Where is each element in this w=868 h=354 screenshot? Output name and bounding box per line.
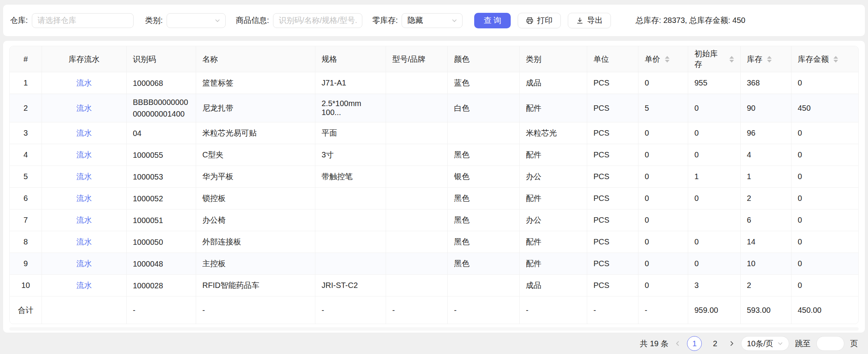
column-header[interactable]: 单价 — [638, 46, 688, 72]
page-button-1[interactable]: 1 — [687, 336, 702, 351]
cell-spec — [315, 231, 386, 253]
flow-cell: 流水 — [42, 144, 127, 166]
stock-flow-link[interactable]: 流水 — [77, 172, 92, 181]
sort-carets-icon[interactable] — [833, 56, 838, 63]
zero-stock-select[interactable]: 隐藏 — [402, 13, 463, 28]
chevron-left-icon[interactable] — [674, 340, 681, 347]
table-row: 5流水1000053华为平板带触控笔银色办公PCS0110 — [10, 166, 859, 188]
row-index: 9 — [10, 253, 42, 275]
cell-initial-stock: 0 — [688, 188, 741, 209]
row-index: 4 — [10, 144, 42, 166]
column-header[interactable]: 初始库存 — [688, 46, 741, 72]
sort-carets-icon[interactable] — [767, 56, 772, 63]
download-icon — [576, 17, 584, 24]
flow-cell: 流水 — [42, 253, 127, 275]
cell-color: 银色 — [448, 166, 520, 188]
cell-stock: 4 — [741, 144, 791, 166]
sort-carets-icon[interactable] — [729, 56, 734, 63]
cell-initial-stock: 0 — [688, 122, 741, 144]
inventory-table-wrapper: #库存流水识别码名称规格型号/品牌颜色类别单位单价初始库存库存库存金额 1流水1… — [9, 46, 859, 324]
cell-model — [386, 94, 448, 122]
row-index: 1 — [10, 72, 42, 94]
cell-model — [386, 72, 448, 94]
table-row: 2流水BBBB00000000000000001400尼龙扎带2.5*100mm… — [10, 94, 859, 122]
column-header-label: 颜色 — [454, 54, 470, 65]
table-row: 3流水04米粒芯光易可贴平面米粒芯光PCS00960 — [10, 122, 859, 144]
cell-color: 白色 — [448, 94, 520, 122]
cell-category: 配件 — [520, 231, 587, 253]
search-button[interactable]: 查 询 — [474, 13, 511, 28]
stock-flow-link[interactable]: 流水 — [77, 237, 92, 246]
cell-initial-stock: 955 — [688, 72, 741, 94]
column-header[interactable]: 库存 — [741, 46, 791, 72]
cell-category: 米粒芯光 — [520, 122, 587, 144]
total-cell-category: - — [520, 296, 587, 324]
stock-flow-link[interactable]: 流水 — [77, 150, 92, 159]
category-select[interactable] — [167, 13, 226, 28]
table-row: 10流水1000028RFID智能药品车JRI-ST-C2成品PCS0320 — [10, 275, 859, 296]
stock-flow-link[interactable]: 流水 — [77, 216, 92, 224]
stock-flow-link[interactable]: 流水 — [77, 129, 92, 137]
export-button[interactable]: 导出 — [568, 13, 611, 28]
cell-price: 0 — [638, 72, 688, 94]
cell-color — [448, 122, 520, 144]
row-index: 7 — [10, 209, 42, 231]
warehouse-input[interactable] — [32, 13, 134, 28]
column-header-label: 单价 — [645, 54, 660, 65]
table-header-row: #库存流水识别码名称规格型号/品牌颜色类别单位单价初始库存库存库存金额 — [10, 46, 859, 72]
cell-color — [448, 275, 520, 296]
cell-name: 外部连接板 — [196, 231, 315, 253]
page-size-select[interactable]: 10条/页 — [741, 336, 789, 351]
stock-flow-link[interactable]: 流水 — [77, 194, 92, 202]
cell-stock: 2 — [741, 188, 791, 209]
cell-stock-amount: 0 — [791, 166, 859, 188]
cell-spec: 2.5*100mm 100... — [315, 94, 386, 122]
cell-stock: 14 — [741, 231, 791, 253]
filter-bar: 仓库: 类别: 商品信息: 零库存: 隐藏 查 询 打印 导出 总库存: 2 — [3, 5, 865, 36]
column-header-label: 类别 — [526, 54, 541, 65]
flow-cell: 流水 — [42, 94, 127, 122]
stock-flow-link[interactable]: 流水 — [77, 259, 92, 268]
cell-category: 配件 — [520, 144, 587, 166]
column-header-label: 名称 — [202, 54, 218, 65]
chevron-down-icon — [451, 17, 457, 24]
cell-initial-stock: 0 — [688, 144, 741, 166]
cell-initial-stock: 3 — [688, 275, 741, 296]
cell-code: 1000055 — [127, 144, 196, 166]
cell-unit: PCS — [587, 253, 638, 275]
cell-stock: 368 — [741, 72, 791, 94]
cell-name: 锁控板 — [196, 188, 315, 209]
cell-stock: 6 — [741, 209, 791, 231]
cell-spec: 带触控笔 — [315, 166, 386, 188]
cell-category: 办公 — [520, 166, 587, 188]
jump-to-label: 跳至 — [795, 338, 811, 349]
pagination-total: 共 19 条 — [640, 338, 668, 349]
column-header: 识别码 — [127, 46, 196, 72]
column-header: 类别 — [520, 46, 587, 72]
cell-price: 0 — [638, 188, 688, 209]
page-button-2[interactable]: 2 — [708, 336, 722, 351]
cell-spec: J71-A1 — [315, 72, 386, 94]
stock-flow-link[interactable]: 流水 — [77, 78, 92, 87]
chevron-right-icon[interactable] — [728, 340, 735, 347]
cell-unit: PCS — [587, 94, 638, 122]
row-index: 5 — [10, 166, 42, 188]
print-button[interactable]: 打印 — [518, 13, 561, 28]
cell-stock-amount: 0 — [791, 275, 859, 296]
cell-code: 1000052 — [127, 188, 196, 209]
sort-carets-icon[interactable] — [665, 56, 670, 63]
cell-stock: 96 — [741, 122, 791, 144]
cell-name: 主控板 — [196, 253, 315, 275]
cell-code: 1000053 — [127, 166, 196, 188]
cell-model — [386, 166, 448, 188]
stock-flow-link[interactable]: 流水 — [77, 104, 92, 112]
table-row: 6流水1000052锁控板黑色配件PCS0020 — [10, 188, 859, 209]
jump-page-suffix: 页 — [850, 338, 858, 349]
jump-to-input[interactable] — [816, 336, 844, 351]
print-button-label: 打印 — [537, 15, 553, 26]
horizontal-scrollbar[interactable] — [9, 327, 859, 331]
product-info-input[interactable] — [273, 13, 362, 28]
stock-flow-link[interactable]: 流水 — [77, 281, 92, 289]
cell-spec — [315, 253, 386, 275]
column-header[interactable]: 库存金额 — [791, 46, 859, 72]
